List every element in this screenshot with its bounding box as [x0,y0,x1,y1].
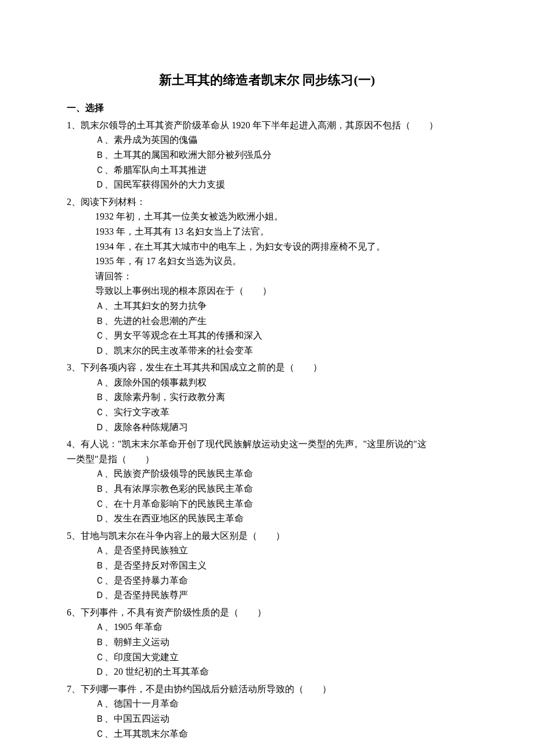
option-a: Ａ、德国十一月革命 [67,696,467,711]
option-c: Ｃ、男女平等观念在土耳其的传播和深入 [67,328,467,343]
question-7: 7、下列哪一事件，不是由协约国战后分赃活动所导致的（ ） Ａ、德国十一月革命 Ｂ… [67,682,467,741]
option-a: Ａ、废除外国的领事裁判权 [67,375,467,390]
question-1: 1、凯末尔领导的土耳其资产阶级革命从 1920 年下半年起进入高潮，其原因不包括… [67,118,467,192]
question-text: 、阅读下列材料： [71,197,146,207]
option-d: Ｄ、凯末尔的民主改革带来的社会变革 [67,343,467,358]
option-b: Ｂ、先进的社会思潮的产生 [67,314,467,329]
material-line: 1935 年，有 17 名妇女当选为议员。 [67,254,467,269]
material-line: 请回答： [67,269,467,284]
material-line: 1932 年初，土耳其一位美女被选为欧洲小姐。 [67,209,467,224]
question-6: 6、下列事件，不具有资产阶级性质的是（ ） Ａ、1905 年革命 Ｂ、朝鲜主义运… [67,605,467,679]
question-stem: 3、下列各项内容，发生在土耳其共和国成立之前的是（ ） [67,360,467,375]
question-text: 、甘地与凯末尔在斗争内容上的最大区别是（ ） [71,531,285,541]
option-d: Ｄ、废除各种陈规陋习 [67,420,467,435]
option-c: Ｃ、是否坚持暴力革命 [67,573,467,588]
question-number: 5 [67,531,71,541]
question-3: 3、下列各项内容，发生在土耳其共和国成立之前的是（ ） Ａ、废除外国的领事裁判权… [67,360,467,434]
option-c: Ｃ、在十月革命影响下的民族民主革命 [67,496,467,512]
option-b: Ｂ、是否坚持反对帝国主义 [67,558,467,573]
question-5: 5、甘地与凯末尔在斗争内容上的最大区别是（ ） Ａ、是否坚持民族独立 Ｂ、是否坚… [67,528,467,603]
question-2: 2、阅读下列材料： 1932 年初，土耳其一位美女被选为欧洲小姐。 1933 年… [67,195,467,358]
option-a: Ａ、土耳其妇女的努力抗争 [67,298,467,314]
question-text: 、有人说："凯末末尔革命开创了现代民族解放运动史这一类型的先声。"这里所说的"这 [71,439,427,449]
material-line: 1933 年，土耳其有 13 名妇女当上了法官。 [67,224,467,239]
question-number: 2 [67,197,71,207]
option-a: Ａ、素丹成为英国的傀儡 [67,132,467,147]
question-stem: 4、有人说："凯末末尔革命开创了现代民族解放运动史这一类型的先声。"这里所说的"… [67,437,467,452]
question-stem: 7、下列哪一事件，不是由协约国战后分赃活动所导致的（ ） [67,682,467,697]
question-number: 6 [67,607,71,617]
question-number: 1 [67,120,71,130]
option-b: Ｂ、朝鲜主义运动 [67,635,467,650]
option-c: Ｃ、印度国大党建立 [67,650,467,665]
option-a: Ａ、民族资产阶级领导的民族民主革命 [67,466,467,481]
document-page: 新土耳其的缔造者凯末尔 同步练习(一) 一、选择 1、凯末尔领导的土耳其资产阶级… [0,0,534,756]
document-title: 新土耳其的缔造者凯末尔 同步练习(一) [67,70,467,90]
question-number: 4 [67,439,71,449]
section-heading: 一、选择 [67,100,467,116]
question-4: 4、有人说："凯末末尔革命开创了现代民族解放运动史这一类型的先声。"这里所说的"… [67,437,467,526]
option-c: Ｃ、希腊军队向土耳其推进 [67,163,467,178]
option-d: Ｄ、发生在西亚地区的民族民主革命 [67,511,467,526]
option-c: Ｃ、土耳其凯末尔革命 [67,726,467,741]
question-text: 、凯末尔领导的土耳其资产阶级革命从 1920 年下半年起进入高潮，其原因不包括（… [71,120,438,130]
material-line: 1934 年，在土耳其大城市中的电车上，为妇女专设的两排座椅不见了。 [67,239,467,254]
question-stem-continue: 一类型"是指（ ） [67,452,467,467]
option-b: Ｂ、中国五四运动 [67,711,467,726]
question-stem: 6、下列事件，不具有资产阶级性质的是（ ） [67,605,467,620]
option-a: Ａ、1905 年革命 [67,620,467,635]
option-c: Ｃ、实行文字改革 [67,405,467,420]
option-a: Ａ、是否坚持民族独立 [67,543,467,558]
option-d: Ｄ、国民军获得国外的大力支援 [67,177,467,192]
option-d: Ｄ、20 世纪初的土耳其革命 [67,664,467,679]
option-b: Ｂ、具有浓厚宗教色彩的民族民主革命 [67,481,467,496]
option-b: Ｂ、土耳其的属国和欧洲大部分被列强瓜分 [67,147,467,163]
question-stem: 2、阅读下列材料： [67,195,467,210]
question-text: 、下列各项内容，发生在土耳其共和国成立之前的是（ ） [71,362,322,372]
option-b: Ｂ、废除素丹制，实行政教分离 [67,390,467,405]
option-d: Ｄ、是否坚持民族尊严 [67,588,467,603]
question-number: 3 [67,362,71,372]
question-stem: 1、凯末尔领导的土耳其资产阶级革命从 1920 年下半年起进入高潮，其原因不包括… [67,118,467,133]
question-text: 、下列事件，不具有资产阶级性质的是（ ） [71,607,266,617]
question-stem: 5、甘地与凯末尔在斗争内容上的最大区别是（ ） [67,528,467,543]
material-line: 导致以上事例出现的根本原因在于（ ） [67,283,467,298]
question-number: 7 [67,684,71,694]
question-text: 、下列哪一事件，不是由协约国战后分赃活动所导致的（ ） [71,684,331,694]
